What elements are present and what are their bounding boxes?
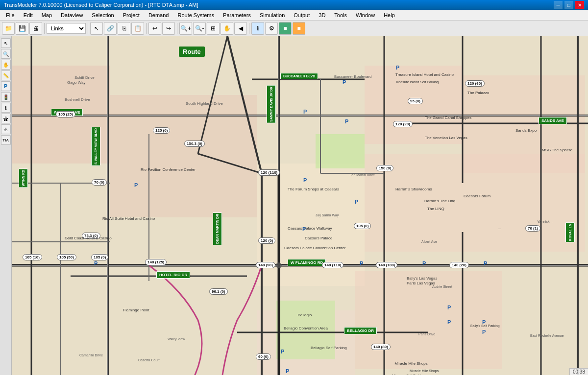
save-button[interactable]: 💾 (16, 22, 28, 35)
tool-pan[interactable]: ✋ (1, 60, 11, 70)
road-label-buccaneer: BUCCANEER BLVD (280, 73, 318, 79)
svg-rect-9 (316, 134, 365, 168)
road-label-twain: W TWAIN AVE (51, 109, 83, 116)
svg-rect-5 (365, 154, 585, 252)
menu-simulation[interactable]: Simulation (256, 11, 289, 19)
zoom-in-btn[interactable]: 🔍+ (179, 22, 192, 35)
sep2 (88, 23, 88, 34)
maximize-button[interactable]: □ (564, 1, 573, 9)
select-btn[interactable]: ↖ (90, 22, 103, 35)
close-button[interactable]: ✕ (575, 1, 584, 9)
road-label-hotel-rio: HOTEL RIO DR (156, 271, 190, 279)
road-label-sammy-davis: SAMMY DAVIS JR DR (267, 85, 276, 123)
route-label: Route (179, 47, 205, 57)
menu-output[interactable]: Output (290, 11, 314, 19)
statusbar: 00:38 (569, 368, 588, 375)
tool-p[interactable]: P (1, 81, 11, 91)
svg-rect-6 (257, 164, 365, 286)
tool-tia[interactable]: TIA (1, 135, 11, 145)
svg-rect-7 (355, 271, 502, 369)
menu-edit[interactable]: Edit (20, 11, 37, 19)
tool-route[interactable]: 🛣 (1, 114, 11, 123)
menu-help[interactable]: Help (380, 11, 399, 19)
tool-info[interactable]: ℹ (1, 103, 11, 113)
tool-measure[interactable]: 📏 (1, 70, 11, 80)
minimize-button[interactable]: ─ (554, 1, 563, 9)
menu-file[interactable]: File (2, 11, 19, 19)
pan-btn[interactable]: ✋ (220, 22, 233, 35)
tool-zoom[interactable]: 🔍 (1, 49, 11, 59)
zoom-out-btn[interactable]: 🔍- (193, 22, 206, 35)
back-btn[interactable]: ◀ (234, 22, 247, 35)
main-content: ↖ 🔍 ✋ 📏 P 🚦 ℹ 🛣 ⚠ TIA (0, 36, 588, 375)
status-time: 00:38 (573, 369, 585, 375)
menu-route-systems[interactable]: Route Systems (173, 11, 218, 19)
titlebar-controls: ─ □ ✕ (554, 1, 584, 9)
open-button[interactable]: 📁 (2, 22, 15, 35)
menu-demand[interactable]: Demand (145, 11, 173, 19)
sep3 (146, 23, 147, 34)
sep5 (249, 23, 249, 34)
copy-btn[interactable]: ⎘ (118, 22, 130, 35)
menu-window[interactable]: Window (352, 11, 379, 19)
toolbar: 📁 💾 🖨 Links Nodes Zones ↖ 🔗 ⎘ 📋 ↩ ↪ 🔍+ 🔍… (0, 21, 588, 36)
road-label-flamingo: W FLAMINGO RD (288, 259, 326, 266)
tool-signal[interactable]: 🚦 (1, 92, 11, 102)
color2-btn[interactable]: ■ (293, 22, 305, 35)
left-sidebar: ↖ 🔍 ✋ 📏 P 🚦 ℹ 🛣 ⚠ TIA (0, 36, 12, 375)
zoom-fit-btn[interactable]: ⊞ (207, 22, 220, 35)
color1-btn[interactable]: ■ (279, 22, 292, 35)
menubar: File Edit Map Dataview Selection Project… (0, 10, 588, 21)
menu-map[interactable]: Map (38, 11, 56, 19)
titlebar: TransModeler 7.0.10000 (Licensed to Cali… (0, 0, 588, 10)
tool-warning[interactable]: ⚠ (1, 124, 11, 134)
svg-point-36 (259, 170, 265, 176)
road-label-sands: SANDS AVE (539, 117, 567, 124)
redo-btn[interactable]: ↪ (162, 22, 175, 35)
svg-rect-10 (276, 301, 335, 359)
menu-selection[interactable]: Selection (88, 11, 118, 19)
info-btn[interactable]: ℹ (251, 22, 264, 35)
menu-3d[interactable]: 3D (315, 11, 329, 19)
road-label-wynn: WYNN RD (19, 168, 28, 188)
menu-dataview[interactable]: Dataview (57, 11, 87, 19)
svg-point-38 (276, 262, 282, 268)
undo-btn[interactable]: ↩ (148, 22, 161, 35)
link-btn[interactable]: 🔗 (104, 22, 117, 35)
menu-project[interactable]: Project (119, 11, 144, 19)
print-button[interactable]: 🖨 (29, 22, 42, 35)
road-label-koval: KOVAL LN (565, 222, 575, 242)
layer-dropdown[interactable]: Links Nodes Zones (47, 23, 86, 34)
title-text: TransModeler 7.0.10000 (Licensed to Cali… (4, 2, 198, 8)
menu-tools[interactable]: Tools (330, 11, 351, 19)
menu-parameters[interactable]: Parameters (219, 11, 255, 19)
settings-btn[interactable]: ⚙ (265, 22, 278, 35)
svg-rect-3 (365, 66, 463, 144)
paste-btn[interactable]: 📋 (131, 22, 144, 35)
map-area[interactable]: W TWAIN AVE W FLAMINGO RD HOTEL RIO DR W… (12, 36, 588, 375)
tool-pointer[interactable]: ↖ (1, 38, 11, 48)
road-label-bellagio: BELLAGIO DR (344, 327, 377, 334)
road-label-dean-martin: DEAN MARTIN DR (213, 212, 222, 245)
svg-rect-2 (110, 95, 257, 217)
map-svg (12, 36, 588, 375)
sep4 (177, 23, 177, 34)
road-label-valley-view: S VALLEY VIEW BLVD (91, 127, 100, 166)
sep1 (44, 23, 45, 34)
